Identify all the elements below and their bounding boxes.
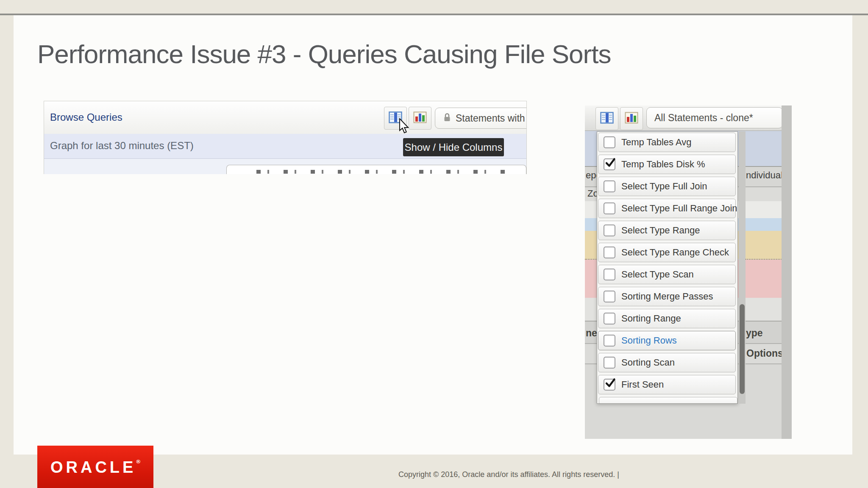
slide-stage: Performance Issue #3 - Queries Causing F… [0,0,868,488]
menu-item-partial [599,397,737,404]
column-menu-item-label: First Seen [621,379,664,390]
column-menu-item[interactable]: Sorting Scan [598,353,736,372]
mouse-cursor [398,118,410,136]
checkbox[interactable] [604,313,615,324]
checkmark-icon [604,377,616,391]
clipped-text-tops [256,170,511,174]
column-menu-item[interactable]: Select Type Full Join [598,177,736,196]
browse-queries-header: Browse Queries [44,101,526,134]
column-menu-item[interactable]: Temp Tables Disk % [598,155,736,174]
column-menu-item[interactable]: Sorting Range [598,309,736,328]
panel-right-edge [782,105,792,439]
clipped-popup-top [226,165,526,174]
checkbox[interactable] [604,225,615,236]
browse-queries-panel: Browse Queries [44,101,527,174]
menu-scrollbar-thumb[interactable] [740,304,745,394]
column-menu-item[interactable]: Select Type Range Check [598,243,736,262]
checkmark-icon [604,157,616,171]
checkbox[interactable] [604,291,615,302]
registered-mark: ® [136,458,140,465]
table-columns-icon [600,112,614,125]
bg-fragment-name: ne [586,327,597,339]
column-menu-item-label: Select Type Range [621,225,700,236]
checkbox[interactable] [604,357,615,369]
column-menu-item-label: Select Type Full Join [621,181,707,192]
checkbox[interactable] [604,269,615,280]
show-hide-columns-button[interactable] [595,107,618,130]
checkbox[interactable] [604,158,615,170]
checkbox[interactable] [604,247,615,258]
lock-icon [443,112,451,124]
column-menu-list: Temp Tables Avg Temp Tables Disk % Selec… [598,133,736,394]
statements-panel: epo ndividual) Zo ne ype Options [585,105,792,439]
show-hide-graphs-button[interactable] [409,107,431,130]
bg-fragment-options: Options [746,348,783,359]
column-menu-item[interactable]: Sorting Rows [598,331,736,350]
column-menu-item[interactable]: Sorting Merge Passes [598,287,736,306]
checkbox[interactable] [604,379,615,391]
checkbox[interactable] [604,180,615,192]
show-hide-graphs-button[interactable] [620,107,643,130]
tooltip: Show / Hide Columns [403,138,504,156]
bg-fragment-individual: ndividual) [746,170,786,181]
column-menu-item[interactable]: Temp Tables Avg [598,133,736,152]
page-title: Performance Issue #3 - Queries Causing F… [37,39,758,69]
bar-chart-icon [413,111,427,125]
oracle-logo: ORACLE® [37,446,153,488]
panel-title: Browse Queries [50,111,122,123]
statements-filter-button[interactable]: Statements with [435,108,527,129]
column-menu-item[interactable]: Select Type Full Range Join [598,199,736,218]
column-menu-item-label: Sorting Scan [621,357,675,368]
checkbox[interactable] [604,136,615,148]
column-menu-item-label: Select Type Scan [621,269,694,280]
bar-chart-icon [625,112,638,125]
column-menu: Temp Tables Avg Temp Tables Disk % Selec… [597,131,738,404]
bg-fragment-type: ype [746,327,763,339]
column-menu-item-label: Temp Tables Avg [621,137,692,148]
column-menu-item-label: Temp Tables Disk % [621,159,705,170]
column-menu-item[interactable]: Select Type Scan [598,265,736,284]
column-menu-item-label: Select Type Range Check [621,247,729,258]
checkbox[interactable] [604,335,615,347]
column-menu-item-label: Select Type Full Range Join [621,203,737,214]
column-menu-item-label: Sorting Rows [621,335,677,346]
copyright-text: Copyright © 2016, Oracle and/or its affi… [398,470,619,479]
column-menu-item[interactable]: First Seen [598,375,736,394]
graph-caption: Graph for last 30 minutes (EST) [50,140,194,152]
column-menu-item[interactable]: Select Type Range [598,221,736,240]
statements-filter-label: Statements with [456,113,525,124]
all-statements-filter-label: All Statements - clone* [654,112,753,124]
all-statements-filter-button[interactable]: All Statements - clone* [646,107,783,128]
column-menu-item-label: Sorting Merge Passes [621,291,713,302]
oracle-wordmark: ORACLE® [50,458,140,477]
checkbox[interactable] [604,202,615,214]
column-menu-item-label: Sorting Range [621,313,681,324]
